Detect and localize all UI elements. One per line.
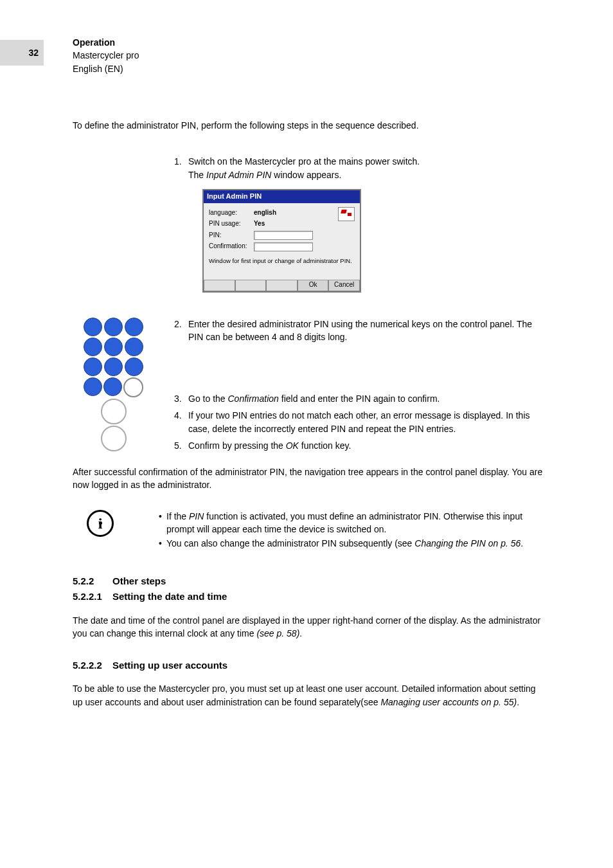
step-number: 5.: [174, 439, 182, 452]
section-5221-heading: 5.2.2.1Setting the date and time: [73, 590, 548, 604]
step-text-pre: Go to the: [188, 393, 227, 404]
step-number: 4.: [174, 409, 182, 422]
step-text-em: OK: [286, 440, 299, 451]
language-label: language:: [209, 208, 254, 218]
para-text-post: .: [517, 697, 519, 707]
pin-usage-row: PIN usage: Yes: [209, 219, 355, 229]
keypad-key: [84, 357, 102, 376]
after-paragraph: After successful confirmation of the adm…: [73, 466, 548, 492]
cancel-button[interactable]: Cancel: [328, 280, 360, 291]
info-text-pre: If the: [166, 511, 189, 521]
step-text-line2-post: window appears.: [271, 170, 341, 180]
info-icon: i: [87, 510, 114, 537]
keypad-key: [104, 338, 123, 356]
step-5: 5. Confirm by pressing the OK function k…: [174, 439, 548, 452]
confirmation-input[interactable]: [254, 242, 313, 251]
embedded-screenshot: Input Admin PIN language: english PIN us…: [202, 189, 361, 293]
page-number-band: 32: [0, 40, 44, 66]
header-product: Mastercycler pro: [73, 49, 139, 62]
pin-label: PIN:: [209, 231, 254, 240]
step-text-post: field and enter the PIN again to confirm…: [279, 393, 440, 404]
info-text-post: .: [520, 538, 523, 548]
flag-icon: [338, 207, 355, 221]
window-body: language: english PIN usage: Yes PIN:: [204, 203, 360, 280]
info-text-em: PIN: [189, 511, 204, 521]
step-1: 1. Switch on the Mastercycler pro at the…: [174, 155, 548, 292]
keypad-key: [125, 357, 143, 376]
para-text-pre: The date and time of the control panel a…: [73, 615, 540, 638]
para-text-post: .: [299, 628, 302, 638]
keypad-enter-key: [101, 426, 127, 451]
step-3: 3. Go to the Confirmation field and ente…: [174, 392, 548, 405]
para-text-em: (see p. 58): [256, 628, 299, 638]
paragraph-5221: The date and time of the control panel a…: [73, 614, 548, 640]
language-row: language: english: [209, 208, 355, 218]
ok-button[interactable]: Ok: [298, 280, 329, 291]
section-5222-heading: 5.2.2.2Setting up user accounts: [73, 658, 548, 673]
window-button-bar: Ok Cancel: [204, 280, 360, 291]
para-text-em: Managing user accounts on p. 55): [380, 697, 517, 707]
step-text-post: function key.: [299, 440, 351, 451]
step-text: If your two PIN entries do not match eac…: [188, 410, 530, 433]
softkey-blank-1[interactable]: [204, 280, 235, 291]
info-note: i If the PIN function is activated, you …: [73, 510, 548, 552]
info-list: If the PIN function is activated, you mu…: [159, 510, 548, 552]
window-hint: Window for first input or change of admi…: [209, 257, 355, 266]
keypad-enter-key: [101, 399, 127, 424]
keypad-key: [104, 357, 123, 376]
keypad-key: [125, 318, 143, 336]
step-number: 3.: [174, 392, 182, 405]
keypad-key: [104, 318, 123, 336]
info-item: You can also change the administrator PI…: [159, 537, 548, 550]
pin-usage-value: Yes: [254, 219, 265, 229]
confirmation-row: Confirmation:: [209, 242, 355, 251]
keypad-key: [125, 338, 143, 356]
paragraph-5222: To be able to use the Mastercycler pro, …: [73, 682, 548, 709]
step-text-pre: Confirm by pressing the: [188, 440, 286, 451]
intro-paragraph: To define the administrator PIN, perform…: [73, 119, 548, 132]
step-text: Switch on the Mastercycler pro at the ma…: [188, 156, 420, 167]
confirmation-label: Confirmation:: [209, 242, 254, 251]
keypad-key: [123, 377, 143, 397]
softkey-blank-3[interactable]: [266, 280, 298, 291]
keypad-key: [84, 338, 102, 356]
section-number: 5.2.2.1: [73, 590, 112, 604]
pin-row: PIN:: [209, 231, 355, 240]
step-number: 2.: [174, 318, 182, 330]
step-2: 2. Enter the desired administrator PIN u…: [174, 318, 548, 344]
info-text-pre: You can also change the administrator PI…: [166, 538, 414, 548]
pin-input[interactable]: [254, 231, 313, 240]
page-number: 32: [28, 46, 39, 59]
step-number: 1.: [174, 155, 182, 168]
section-number: 5.2.2: [73, 574, 112, 588]
softkey-blank-2[interactable]: [235, 280, 267, 291]
section-title: Setting the date and time: [112, 591, 227, 602]
step-4: 4. If your two PIN entries do not match …: [174, 409, 548, 435]
pin-usage-label: PIN usage:: [209, 219, 254, 229]
header-section: Operation: [73, 36, 139, 49]
keypad-key: [84, 377, 102, 396]
keypad-illustration: [84, 318, 143, 451]
section-number: 5.2.2.2: [73, 658, 112, 673]
step-text-line2-em: Input Admin PIN: [206, 170, 271, 180]
keypad-key: [103, 377, 122, 396]
window-titlebar: Input Admin PIN: [204, 190, 360, 203]
language-value: english: [254, 208, 276, 218]
keypad-key: [84, 318, 102, 336]
running-header: Operation Mastercycler pro English (EN): [73, 36, 139, 75]
section-522-heading: 5.2.2Other steps: [73, 574, 548, 588]
section-title: Setting up user accounts: [112, 660, 227, 671]
info-item: If the PIN function is activated, you mu…: [159, 510, 548, 536]
info-text-em: Changing the PIN on p. 56: [414, 538, 520, 548]
step-text: Enter the desired administrator PIN usin…: [188, 319, 532, 342]
header-language: English (EN): [73, 62, 139, 75]
section-title: Other steps: [112, 575, 166, 586]
step-text-em: Confirmation: [227, 393, 278, 404]
info-text-post: function is activated, you must define a…: [166, 511, 522, 534]
step-text-line2-pre: The: [188, 170, 206, 180]
